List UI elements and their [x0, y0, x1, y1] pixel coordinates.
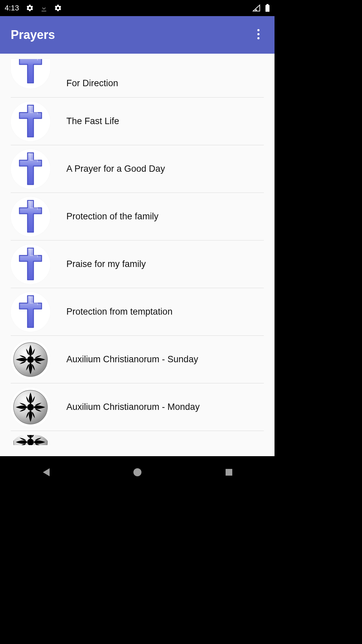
svg-rect-6: [226, 469, 232, 476]
more-vert-icon: [257, 29, 260, 41]
list-item-label: Protection from temptation: [66, 307, 173, 317]
list-item-label: The Fast Life: [66, 116, 119, 126]
list-item-label: For Direction: [66, 78, 118, 89]
list-item[interactable]: [11, 431, 264, 445]
back-triangle-icon: [42, 468, 50, 477]
list-item[interactable]: Praise for my family: [11, 240, 264, 288]
svg-point-4: [257, 37, 259, 39]
home-circle-icon: [133, 468, 142, 477]
list-item[interactable]: Auxilium Christianorum - Monday: [11, 383, 264, 431]
nav-back-button[interactable]: [26, 462, 66, 482]
list-item[interactable]: Auxilium Christianorum - Sunday: [11, 336, 264, 383]
svg-point-3: [257, 33, 259, 35]
list-item-label: Protection of the family: [66, 211, 159, 222]
svg-point-2: [257, 29, 259, 31]
content-area: For DirectionThe Fast LifeA Prayer for a…: [0, 54, 275, 456]
fleur-cross-icon: [11, 387, 50, 427]
system-nav-bar: [0, 456, 275, 488]
app-bar: Prayers: [0, 16, 275, 54]
list-item[interactable]: Protection from temptation: [11, 288, 264, 336]
cross-icon: [11, 292, 50, 332]
status-bar: 4:13: [0, 0, 275, 16]
svg-point-5: [133, 468, 141, 476]
list-item-label: Praise for my family: [66, 259, 146, 269]
list-item[interactable]: The Fast Life: [11, 98, 264, 145]
svg-rect-0: [265, 5, 269, 12]
list-item[interactable]: For Direction: [11, 54, 264, 98]
list-item[interactable]: Protection of the family: [11, 193, 264, 240]
nav-recent-button[interactable]: [209, 462, 249, 482]
recent-square-icon: [225, 468, 233, 476]
list-item-label: Auxilium Christianorum - Monday: [66, 402, 200, 412]
status-time: 4:13: [5, 4, 19, 12]
download-icon: [41, 4, 47, 12]
gear-icon: [26, 4, 34, 12]
overflow-menu-button[interactable]: [252, 28, 265, 42]
list-item-label: A Prayer for a Good Day: [66, 164, 165, 174]
nav-home-button[interactable]: [117, 462, 158, 482]
cross-icon: [11, 197, 50, 236]
fleur-cross-icon: [11, 435, 50, 445]
page-title: Prayers: [11, 28, 55, 42]
gear-icon: [54, 4, 62, 12]
list-item-label: Auxilium Christianorum - Sunday: [66, 354, 198, 365]
battery-icon: [265, 4, 270, 12]
cross-icon: [11, 245, 50, 284]
list-item[interactable]: A Prayer for a Good Day: [11, 145, 264, 193]
cross-icon: [11, 59, 50, 89]
cross-icon: [11, 102, 50, 141]
signal-x-icon: [252, 4, 260, 12]
prayer-list[interactable]: For DirectionThe Fast LifeA Prayer for a…: [0, 54, 275, 445]
cross-icon: [11, 149, 50, 189]
svg-rect-1: [266, 4, 268, 5]
fleur-cross-icon: [11, 340, 50, 379]
